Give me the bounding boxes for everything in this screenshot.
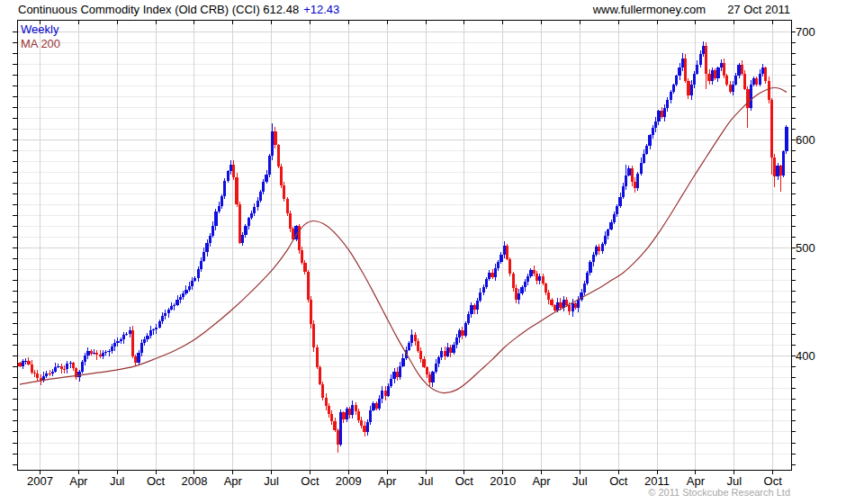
candle-body <box>325 398 328 407</box>
candle-body <box>360 420 363 426</box>
candle-body <box>337 430 339 446</box>
candle-body <box>627 168 630 176</box>
candle-body <box>500 255 502 262</box>
candle-wick <box>96 350 97 359</box>
x-axis-label: Jul <box>264 474 279 488</box>
candle-body <box>678 68 680 76</box>
candle-body <box>227 171 230 181</box>
date-label: 27 Oct 2011 <box>727 3 790 16</box>
candle-body <box>707 74 710 81</box>
candle-body <box>654 122 657 128</box>
y-axis-label: 400 <box>796 349 815 363</box>
candle-body <box>90 351 93 354</box>
candle-body <box>111 346 113 351</box>
candle-body <box>536 274 538 280</box>
candle-body <box>122 335 125 339</box>
candle-body <box>479 292 482 302</box>
candle-body <box>625 176 627 186</box>
candle-body <box>440 351 443 357</box>
candle-body <box>586 273 589 284</box>
candle-body <box>60 366 63 369</box>
candle-wick <box>109 349 110 356</box>
candle-body <box>152 329 155 330</box>
candle-body <box>750 85 752 108</box>
candle-body <box>770 100 773 158</box>
candle-body <box>554 305 556 310</box>
candle-body <box>526 276 529 282</box>
candle-body <box>473 305 476 310</box>
candle-body <box>607 230 609 236</box>
candle-body <box>102 353 104 356</box>
candle-body <box>69 363 72 364</box>
candle-body <box>446 347 449 356</box>
candle-body <box>149 330 152 336</box>
candle-body <box>506 246 508 258</box>
candle-body <box>265 175 267 182</box>
candle-body <box>399 366 401 377</box>
candle-body <box>452 345 454 354</box>
candle-body <box>449 347 452 353</box>
candle-body <box>22 361 24 366</box>
candle-body <box>355 405 357 411</box>
candle-wick <box>174 303 175 310</box>
candle-body <box>372 403 374 410</box>
candle-body <box>351 405 354 415</box>
candle-body <box>714 70 716 77</box>
candle-body <box>497 262 500 268</box>
candle-body <box>761 68 764 74</box>
x-axis-label: Jul <box>110 474 125 488</box>
candle-body <box>720 63 723 68</box>
candle-body <box>515 288 518 300</box>
candle-body <box>212 226 214 235</box>
candle-body <box>72 363 75 368</box>
candle-body <box>455 338 458 344</box>
candle-body <box>191 281 194 286</box>
candle-body <box>194 278 196 281</box>
candle-body <box>568 305 571 311</box>
candle-body <box>723 63 725 76</box>
candle-body <box>241 235 244 242</box>
candle-body <box>702 46 705 55</box>
candle-body <box>116 341 119 343</box>
candle-body <box>636 174 639 189</box>
candle-body <box>158 321 161 328</box>
x-axis-label: 2008 <box>181 474 207 488</box>
x-axis-label: Apr <box>532 474 551 488</box>
candle-body <box>419 351 422 360</box>
candle-body <box>77 372 80 377</box>
candle-body <box>307 272 310 300</box>
candle-body <box>248 218 250 227</box>
candle-body <box>24 361 27 362</box>
candle-body <box>283 185 285 200</box>
x-axis-label: Apr <box>224 474 243 488</box>
candle-body <box>556 302 559 311</box>
candle-body <box>490 273 493 277</box>
candle-wick <box>50 370 50 376</box>
candle-body <box>681 58 684 68</box>
candle-body <box>381 391 383 398</box>
candle-body <box>188 286 191 290</box>
candle-body <box>363 426 365 432</box>
copyright: © 2011 Stockcube Research Ltd <box>648 487 790 498</box>
candle-body <box>205 243 208 253</box>
candle-body <box>182 293 184 297</box>
candle-body <box>220 196 223 206</box>
candle-wick <box>64 365 65 374</box>
x-axis-label: Jul <box>418 474 434 488</box>
candle-body <box>45 374 48 376</box>
candle-body <box>146 336 148 339</box>
candle-body <box>648 135 651 146</box>
candle-body <box>470 305 472 314</box>
candle-body <box>369 410 372 422</box>
candle-body <box>508 259 511 274</box>
candle-body <box>550 300 553 305</box>
candle-body <box>618 197 621 206</box>
candle-body <box>384 391 387 396</box>
candle-body <box>485 279 488 286</box>
candle-body <box>643 154 645 163</box>
candle-body <box>577 300 580 307</box>
x-axis-label: Oct <box>455 474 474 488</box>
candle-wick <box>70 361 71 368</box>
candle-body <box>426 367 428 374</box>
candle-body <box>408 343 410 349</box>
